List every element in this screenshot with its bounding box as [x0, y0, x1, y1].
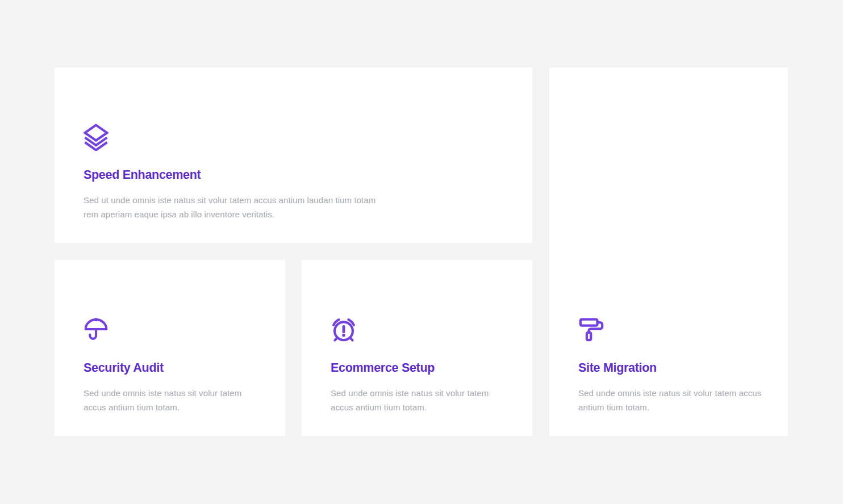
- services-section: Speed Enhancement Sed ut unde omnis iste…: [0, 0, 843, 504]
- service-card-speed-enhancement: Speed Enhancement Sed ut unde omnis iste…: [55, 68, 532, 243]
- alarm-clock-icon: [331, 317, 508, 360]
- card-title: Site Migration: [578, 360, 764, 375]
- umbrella-icon: [84, 317, 261, 360]
- card-description: Sed ut unde omnis iste natus sit volur t…: [84, 194, 379, 221]
- service-card-site-migration: Site Migration Sed unde omnis iste natus…: [549, 68, 788, 436]
- service-card-security-audit: Security Audit Sed unde omnis iste natus…: [55, 260, 285, 436]
- card-content: Security Audit Sed unde omnis iste natus…: [84, 317, 261, 414]
- card-content: Site Migration Sed unde omnis iste natus…: [578, 317, 764, 414]
- card-title: Ecommerce Setup: [331, 360, 508, 375]
- service-card-ecommerce-setup: Ecommerce Setup Sed unde omnis iste natu…: [302, 260, 532, 436]
- card-title: Security Audit: [84, 360, 261, 375]
- layers-icon: [84, 124, 508, 167]
- card-title: Speed Enhancement: [84, 167, 508, 182]
- paint-roller-icon: [578, 317, 764, 360]
- card-content: Speed Enhancement Sed ut unde omnis iste…: [84, 124, 508, 221]
- card-description: Sed unde omnis iste natus sit volur tate…: [84, 387, 261, 414]
- card-description: Sed unde omnis iste natus sit volur tate…: [331, 387, 508, 414]
- card-description: Sed unde omnis iste natus sit volur tate…: [578, 387, 764, 414]
- card-content: Ecommerce Setup Sed unde omnis iste natu…: [331, 317, 508, 414]
